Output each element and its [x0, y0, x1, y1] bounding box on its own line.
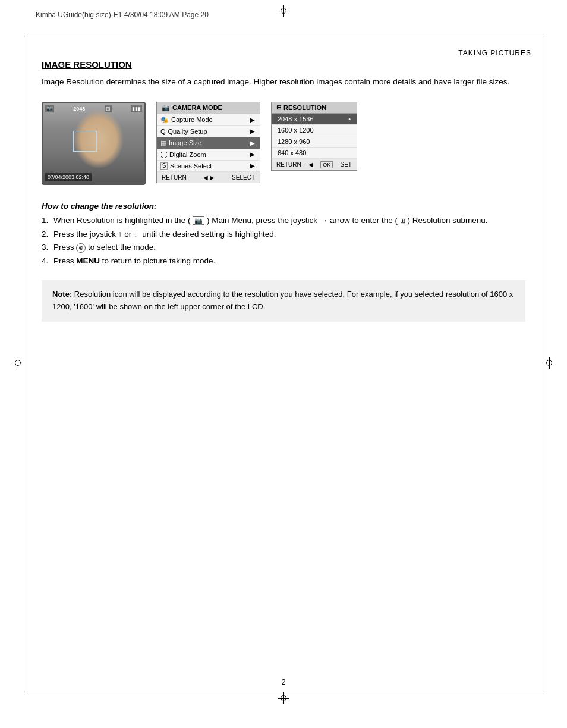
- menu-item-imagesize[interactable]: ▦ Image Size ▶: [157, 137, 260, 149]
- section-label: TAKING PICTURES: [458, 49, 531, 57]
- menu-bold: MENU: [76, 256, 100, 265]
- header-line-text: Kimba UGuide(big size)-E1 4/30/04 18:09 …: [36, 11, 209, 19]
- note-label: Note:: [52, 290, 72, 299]
- page-number: 2: [0, 677, 567, 686]
- header-line: Kimba UGuide(big size)-E1 4/30/04 18:09 …: [36, 11, 531, 19]
- lcd-preview: 📷 2048 ⊞ ▮▮▮ 07/04/2003 02:40: [42, 102, 146, 185]
- res-footer-ok: OK: [320, 161, 333, 168]
- screenshots-row: 📷 2048 ⊞ ▮▮▮ 07/04/2003 02:40 📷 CAMERA M…: [42, 102, 525, 185]
- lcd-bottom-bar: 07/04/2003 02:40: [45, 171, 142, 181]
- main-content: IMAGE RESOLUTION Image Resolution determ…: [42, 59, 525, 322]
- res-footer-arrow: ◀: [308, 161, 313, 168]
- camera-icon: 📷: [162, 104, 170, 112]
- res-footer-return: RETURN: [276, 161, 301, 168]
- menu-item-capture[interactable]: 🎭 Capture Mode ▶: [157, 114, 260, 126]
- footer-arrows: ◀ ▶: [203, 174, 215, 181]
- lcd-focus-box: [73, 131, 97, 152]
- camera-menu-footer: RETURN ◀ ▶ SELECT: [157, 172, 260, 183]
- lcd-grid-icon: ⊞: [105, 105, 112, 112]
- step-2: 2. Press the joystick ↑ or ↓ until the d…: [42, 228, 525, 241]
- note-text: Resolution icon will be displayed accord…: [52, 290, 513, 311]
- footer-select-label: SELECT: [232, 174, 255, 181]
- res-item-1280[interactable]: 1280 x 960: [272, 136, 357, 148]
- arrow-zoom: ▶: [250, 151, 255, 158]
- description-text: Image Resolution determines the size of …: [42, 76, 525, 89]
- resolution-menu: ⊞ RESOLUTION 2048 x 1536 • 1600 x 1200 1…: [271, 102, 357, 171]
- ok-button-icon: ⊗: [76, 243, 86, 253]
- scenes-icon: S: [160, 162, 168, 170]
- res-item-640[interactable]: 640 x 480: [272, 148, 357, 159]
- step-1: 1. When Resolution is highlighted in the…: [42, 214, 525, 228]
- crosshair-left: [12, 357, 24, 369]
- capture-icon: 🎭: [160, 116, 169, 124]
- lcd-resolution-text: 2048: [73, 106, 85, 112]
- instructions-section: How to change the resolution: 1. When Re…: [42, 202, 525, 269]
- step-3: 3. Press ⊗ to select the mode.: [42, 241, 525, 255]
- zoom-icon: ⛶: [160, 151, 167, 158]
- arrow-capture: ▶: [250, 117, 255, 123]
- imagesize-icon: ▦: [160, 139, 166, 147]
- section-title: IMAGE RESOLUTION: [42, 59, 525, 70]
- res-footer-set: SET: [341, 161, 352, 168]
- lcd-datetime: 07/04/2003 02:40: [45, 173, 92, 181]
- menu-item-scenes[interactable]: S Scenes Select ▶: [157, 161, 260, 172]
- menu-item-quality[interactable]: Q Quality Setup ▶: [157, 126, 260, 137]
- lcd-top-bar: 📷 2048 ⊞ ▮▮▮: [45, 105, 142, 112]
- resolution-icon: ⊞: [276, 104, 281, 111]
- crosshair-right: [543, 357, 555, 369]
- arrow-quality: ▶: [250, 128, 255, 134]
- lcd-camera-icon: 📷: [45, 105, 54, 112]
- note-box: Note: Resolution icon will be displayed …: [42, 280, 525, 322]
- res-item-1600[interactable]: 1600 x 1200: [272, 125, 357, 136]
- camera-mode-title: 📷 CAMERA MODE: [157, 102, 260, 114]
- page-border-left: [24, 36, 24, 692]
- res-item-2048[interactable]: 2048 x 1536 •: [272, 114, 357, 125]
- arrow-scenes: ▶: [250, 162, 255, 169]
- instructions-list: 1. When Resolution is highlighted in the…: [42, 214, 525, 269]
- menu-item-zoom[interactable]: ⛶ Digital Zoom ▶: [157, 149, 260, 161]
- lcd-battery-icon: ▮▮▮: [131, 105, 142, 112]
- instructions-title: How to change the resolution:: [42, 202, 525, 211]
- camera-mode-menu: 📷 CAMERA MODE 🎭 Capture Mode ▶ Q Quality…: [156, 102, 260, 183]
- resolution-footer: RETURN ◀ OK SET: [272, 159, 357, 170]
- quality-icon: Q: [160, 128, 166, 135]
- res-icon-inline: ⊞: [400, 217, 405, 224]
- step-4: 4. Press MENU to return to picture takin…: [42, 255, 525, 268]
- resolution-title: ⊞ RESOLUTION: [272, 102, 357, 114]
- footer-return-label: RETURN: [162, 174, 187, 181]
- page-border-top: [24, 36, 543, 36]
- camera-icon-inline: 📷: [193, 216, 204, 225]
- crosshair-bottom-center: [0, 692, 567, 704]
- arrow-imagesize: ▶: [250, 140, 255, 146]
